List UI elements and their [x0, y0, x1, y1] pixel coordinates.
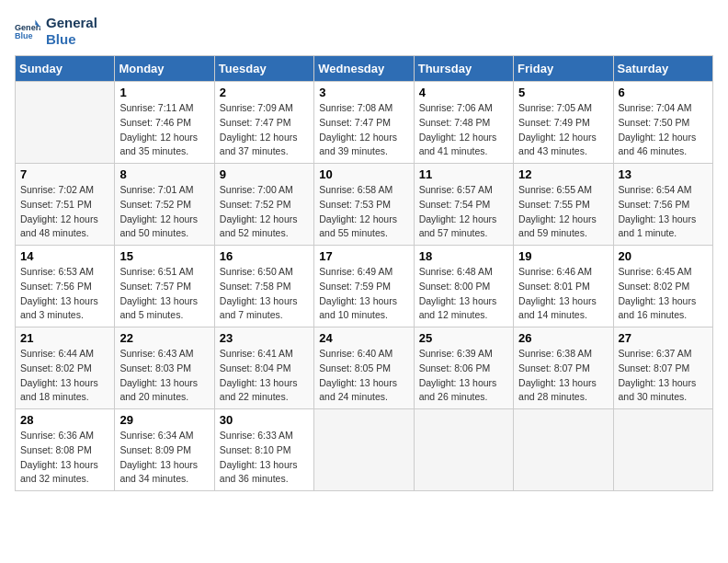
day-info: Sunrise: 6:55 AM Sunset: 7:55 PM Dayligh…: [518, 183, 608, 241]
column-header-monday: Monday: [115, 56, 214, 82]
day-info: Sunrise: 6:36 AM Sunset: 8:08 PM Dayligh…: [20, 429, 109, 487]
day-cell: 14Sunrise: 6:53 AM Sunset: 7:56 PM Dayli…: [16, 246, 115, 327]
day-number: 18: [419, 249, 508, 263]
day-cell: 26Sunrise: 6:38 AM Sunset: 8:07 PM Dayli…: [514, 327, 613, 409]
day-cell: 7Sunrise: 7:02 AM Sunset: 7:51 PM Daylig…: [16, 164, 115, 246]
day-info: Sunrise: 6:48 AM Sunset: 8:00 PM Dayligh…: [419, 265, 508, 323]
day-cell: 15Sunrise: 6:51 AM Sunset: 7:57 PM Dayli…: [115, 246, 214, 327]
logo-icon: General Blue: [15, 18, 40, 44]
day-cell: 17Sunrise: 6:49 AM Sunset: 7:59 PM Dayli…: [314, 246, 414, 327]
day-number: 4: [419, 86, 508, 99]
day-cell: 9Sunrise: 7:00 AM Sunset: 7:52 PM Daylig…: [214, 164, 313, 246]
day-cell: 19Sunrise: 6:46 AM Sunset: 8:01 PM Dayli…: [514, 246, 613, 327]
day-cell: [514, 409, 613, 491]
day-cell: 11Sunrise: 6:57 AM Sunset: 7:54 PM Dayli…: [414, 164, 513, 246]
day-info: Sunrise: 6:49 AM Sunset: 7:59 PM Dayligh…: [319, 265, 408, 323]
week-row-1: 1Sunrise: 7:11 AM Sunset: 7:46 PM Daylig…: [16, 82, 713, 164]
day-cell: 4Sunrise: 7:06 AM Sunset: 7:48 PM Daylig…: [414, 82, 513, 164]
day-number: 19: [518, 249, 608, 263]
day-info: Sunrise: 6:38 AM Sunset: 8:07 PM Dayligh…: [518, 347, 608, 405]
day-info: Sunrise: 6:43 AM Sunset: 8:03 PM Dayligh…: [119, 347, 209, 405]
day-number: 8: [119, 167, 209, 181]
day-number: 14: [20, 249, 109, 263]
day-cell: 18Sunrise: 6:48 AM Sunset: 8:00 PM Dayli…: [414, 246, 513, 327]
day-info: Sunrise: 6:44 AM Sunset: 8:02 PM Dayligh…: [20, 347, 109, 405]
day-info: Sunrise: 6:54 AM Sunset: 7:56 PM Dayligh…: [619, 183, 708, 241]
column-header-saturday: Saturday: [613, 56, 712, 82]
day-info: Sunrise: 6:45 AM Sunset: 8:02 PM Dayligh…: [619, 265, 708, 323]
day-cell: 28Sunrise: 6:36 AM Sunset: 8:08 PM Dayli…: [16, 409, 115, 491]
day-cell: 6Sunrise: 7:04 AM Sunset: 7:50 PM Daylig…: [613, 82, 712, 164]
day-cell: 24Sunrise: 6:40 AM Sunset: 8:05 PM Dayli…: [314, 327, 414, 409]
calendar-table: SundayMondayTuesdayWednesdayThursdayFrid…: [15, 55, 713, 491]
day-number: 6: [619, 86, 708, 99]
svg-text:Blue: Blue: [15, 31, 33, 40]
day-number: 25: [419, 331, 508, 345]
day-info: Sunrise: 7:11 AM Sunset: 7:46 PM Dayligh…: [119, 101, 209, 159]
day-number: 1: [119, 86, 209, 99]
day-info: Sunrise: 6:50 AM Sunset: 7:58 PM Dayligh…: [220, 265, 309, 323]
day-info: Sunrise: 6:40 AM Sunset: 8:05 PM Dayligh…: [319, 347, 408, 405]
logo: General Blue General Blue: [15, 15, 97, 48]
day-cell: 10Sunrise: 6:58 AM Sunset: 7:53 PM Dayli…: [314, 164, 414, 246]
day-cell: 21Sunrise: 6:44 AM Sunset: 8:02 PM Dayli…: [16, 327, 115, 409]
day-number: 3: [319, 86, 408, 99]
day-info: Sunrise: 6:53 AM Sunset: 7:56 PM Dayligh…: [20, 265, 109, 323]
day-number: 23: [220, 331, 309, 345]
day-number: 30: [220, 413, 309, 427]
header-row: SundayMondayTuesdayWednesdayThursdayFrid…: [16, 56, 713, 82]
day-number: 24: [319, 331, 408, 345]
day-number: 22: [119, 331, 209, 345]
week-row-3: 14Sunrise: 6:53 AM Sunset: 7:56 PM Dayli…: [16, 246, 713, 327]
day-info: Sunrise: 7:08 AM Sunset: 7:47 PM Dayligh…: [319, 101, 408, 159]
day-number: 12: [518, 167, 608, 181]
day-number: 11: [419, 167, 508, 181]
day-cell: 30Sunrise: 6:33 AM Sunset: 8:10 PM Dayli…: [214, 409, 313, 491]
day-number: 9: [220, 167, 309, 181]
day-info: Sunrise: 6:58 AM Sunset: 7:53 PM Dayligh…: [319, 183, 408, 241]
day-cell: 20Sunrise: 6:45 AM Sunset: 8:02 PM Dayli…: [613, 246, 712, 327]
day-number: 21: [20, 331, 109, 345]
day-cell: 3Sunrise: 7:08 AM Sunset: 7:47 PM Daylig…: [314, 82, 414, 164]
day-cell: 23Sunrise: 6:41 AM Sunset: 8:04 PM Dayli…: [214, 327, 313, 409]
day-info: Sunrise: 6:57 AM Sunset: 7:54 PM Dayligh…: [419, 183, 508, 241]
day-cell: 1Sunrise: 7:11 AM Sunset: 7:46 PM Daylig…: [115, 82, 214, 164]
day-info: Sunrise: 7:00 AM Sunset: 7:52 PM Dayligh…: [220, 183, 309, 241]
day-number: 13: [619, 167, 708, 181]
day-cell: 16Sunrise: 6:50 AM Sunset: 7:58 PM Dayli…: [214, 246, 313, 327]
day-cell: 27Sunrise: 6:37 AM Sunset: 8:07 PM Dayli…: [613, 327, 712, 409]
day-info: Sunrise: 6:37 AM Sunset: 8:07 PM Dayligh…: [619, 347, 708, 405]
day-cell: [613, 409, 712, 491]
day-info: Sunrise: 6:41 AM Sunset: 8:04 PM Dayligh…: [220, 347, 309, 405]
day-info: Sunrise: 7:05 AM Sunset: 7:49 PM Dayligh…: [518, 101, 608, 159]
column-header-wednesday: Wednesday: [314, 56, 414, 82]
day-cell: 12Sunrise: 6:55 AM Sunset: 7:55 PM Dayli…: [514, 164, 613, 246]
day-info: Sunrise: 6:51 AM Sunset: 7:57 PM Dayligh…: [119, 265, 209, 323]
column-header-sunday: Sunday: [16, 56, 115, 82]
day-info: Sunrise: 7:06 AM Sunset: 7:48 PM Dayligh…: [419, 101, 508, 159]
day-info: Sunrise: 6:33 AM Sunset: 8:10 PM Dayligh…: [220, 429, 309, 487]
day-cell: [16, 82, 115, 164]
day-number: 7: [20, 167, 109, 181]
column-header-tuesday: Tuesday: [214, 56, 313, 82]
day-number: 20: [619, 249, 708, 263]
day-info: Sunrise: 7:01 AM Sunset: 7:52 PM Dayligh…: [119, 183, 209, 241]
day-info: Sunrise: 7:04 AM Sunset: 7:50 PM Dayligh…: [619, 101, 708, 159]
day-cell: 2Sunrise: 7:09 AM Sunset: 7:47 PM Daylig…: [214, 82, 313, 164]
day-number: 29: [119, 413, 209, 427]
page-header: General Blue General Blue: [15, 15, 713, 48]
day-cell: 22Sunrise: 6:43 AM Sunset: 8:03 PM Dayli…: [115, 327, 214, 409]
column-header-friday: Friday: [514, 56, 613, 82]
day-number: 26: [518, 331, 608, 345]
logo-text: General Blue: [46, 15, 97, 48]
day-info: Sunrise: 7:02 AM Sunset: 7:51 PM Dayligh…: [20, 183, 109, 241]
day-cell: 13Sunrise: 6:54 AM Sunset: 7:56 PM Dayli…: [613, 164, 712, 246]
day-info: Sunrise: 7:09 AM Sunset: 7:47 PM Dayligh…: [220, 101, 309, 159]
column-header-thursday: Thursday: [414, 56, 513, 82]
day-number: 17: [319, 249, 408, 263]
day-number: 28: [20, 413, 109, 427]
day-cell: 29Sunrise: 6:34 AM Sunset: 8:09 PM Dayli…: [115, 409, 214, 491]
day-info: Sunrise: 6:46 AM Sunset: 8:01 PM Dayligh…: [518, 265, 608, 323]
day-number: 10: [319, 167, 408, 181]
day-number: 16: [220, 249, 309, 263]
